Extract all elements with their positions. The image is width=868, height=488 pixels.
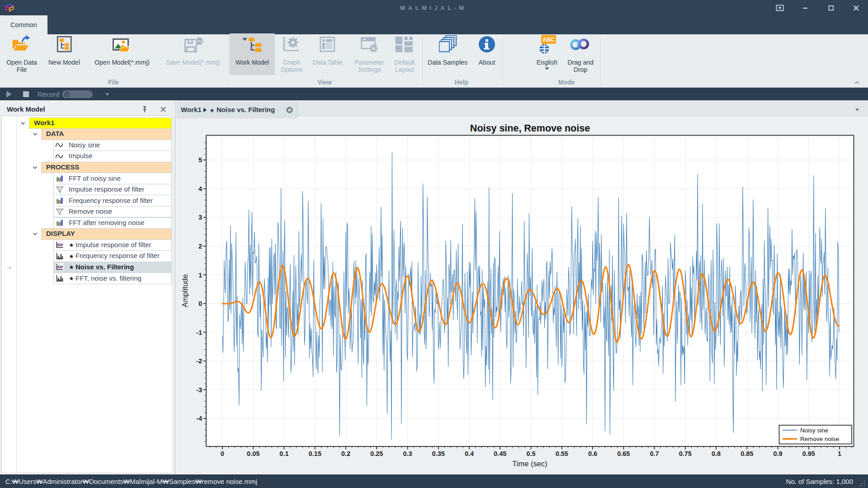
svg-text:0.3: 0.3 [403, 450, 412, 457]
svg-text:1: 1 [198, 272, 202, 279]
svg-text:4: 4 [198, 185, 202, 192]
svg-text:0.75: 0.75 [679, 450, 692, 457]
svg-text:-1: -1 [196, 329, 202, 336]
svg-text:0.2: 0.2 [341, 450, 350, 457]
svg-text:0.25: 0.25 [370, 450, 383, 457]
svg-text:0.1: 0.1 [279, 450, 288, 457]
svg-text:0.8: 0.8 [712, 450, 721, 457]
svg-text:0.55: 0.55 [556, 450, 568, 457]
svg-text:1: 1 [838, 450, 841, 457]
svg-text:0.95: 0.95 [802, 450, 815, 457]
svg-text:0.4: 0.4 [465, 450, 474, 457]
svg-text:-3: -3 [196, 386, 202, 394]
svg-text:0.65: 0.65 [617, 450, 630, 457]
svg-text:0.5: 0.5 [526, 450, 535, 457]
svg-text:Noisy sine, Remove noise: Noisy sine, Remove noise [470, 123, 590, 134]
svg-text:0.45: 0.45 [494, 450, 506, 457]
svg-text:0: 0 [221, 450, 224, 457]
svg-text:5: 5 [198, 156, 202, 164]
svg-text:Remove noise: Remove noise [800, 436, 839, 442]
svg-text:0.9: 0.9 [774, 450, 783, 457]
svg-text:Time (sec): Time (sec) [512, 460, 547, 468]
svg-text:0: 0 [198, 300, 202, 307]
svg-text:2: 2 [198, 243, 202, 250]
svg-text:0.15: 0.15 [309, 450, 321, 457]
svg-text:0.6: 0.6 [588, 450, 597, 457]
svg-text:-2: -2 [196, 357, 202, 365]
svg-text:Noisy sine: Noisy sine [800, 427, 828, 434]
svg-text:0.05: 0.05 [247, 450, 259, 457]
svg-text:0.85: 0.85 [741, 450, 753, 457]
svg-text:0.35: 0.35 [432, 450, 445, 457]
svg-text:3: 3 [198, 214, 202, 221]
svg-text:Amplitude: Amplitude [181, 274, 189, 307]
svg-text:-4: -4 [196, 415, 202, 422]
svg-text:0.7: 0.7 [650, 450, 659, 457]
